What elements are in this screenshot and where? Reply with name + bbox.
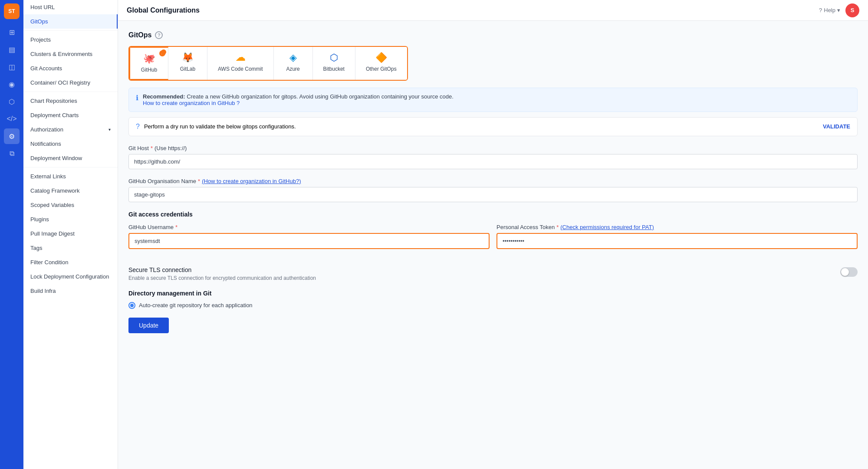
info-bold-text: Recommended: (143, 93, 185, 100)
directory-title: Directory management in Git (128, 290, 858, 297)
nav-icon-dashboard[interactable]: ▤ (4, 42, 20, 57)
org-name-required: * (198, 178, 200, 184)
sidebar-label-plugins: Plugins (30, 216, 49, 223)
username-input[interactable] (128, 233, 490, 249)
sidebar-item-lock-deployment[interactable]: Lock Deployment Configuration (23, 269, 118, 284)
org-name-group: GitHub Organisation Name * (How to creat… (128, 178, 858, 202)
git-host-hint: (Use https://) (155, 145, 187, 151)
sidebar-label-deployment-charts: Deployment Charts (30, 112, 79, 118)
top-bar: Global Configurations ? Help ▾ S (118, 0, 868, 21)
sidebar-item-notifications[interactable]: Notifications (23, 137, 118, 151)
org-name-link[interactable]: (How to create organization in GitHub?) (202, 178, 301, 184)
gitops-title: GitOps (128, 31, 151, 39)
sidebar-item-gitops[interactable]: GitOps (23, 14, 118, 29)
help-icon[interactable]: ? (155, 31, 163, 39)
credentials-grid: GitHub Username * Personal Access Token … (128, 224, 858, 258)
nav-icon-security[interactable]: ⬡ (4, 94, 20, 109)
sidebar-item-chart-repositories[interactable]: Chart Repositories (23, 94, 118, 108)
nav-icon-code[interactable]: </> (4, 111, 20, 127)
validate-banner: ? Perform a dry run to validate the belo… (128, 117, 858, 136)
icon-sidebar: ST ⊞ ▤ ◫ ◉ ⬡ </> ⚙ ⧉ (0, 0, 23, 469)
sidebar-item-build-infra[interactable]: Build Infra (23, 284, 118, 298)
sidebar-item-tags[interactable]: Tags (23, 241, 118, 255)
provider-tab-bitbucket[interactable]: ⬡ Bitbucket (313, 47, 355, 80)
gitlab-label: GitLab (180, 66, 195, 73)
sidebar-item-deployment-charts[interactable]: Deployment Charts (23, 108, 118, 122)
sidebar-item-projects[interactable]: Projects (23, 33, 118, 47)
radio-button[interactable] (128, 302, 135, 309)
provider-tab-azure[interactable]: ◈ Azure (274, 47, 313, 80)
sidebar-item-host-url[interactable]: Host URL (23, 0, 118, 14)
org-name-input[interactable] (128, 187, 858, 202)
provider-tab-github[interactable]: ✓ 🐙 GitHub (129, 47, 168, 80)
nav-icon-layers[interactable]: ⧉ (4, 146, 20, 161)
sidebar-label-projects: Projects (30, 36, 51, 43)
info-circle-icon: ℹ (136, 94, 138, 102)
sidebar-item-filter-condition[interactable]: Filter Condition (23, 255, 118, 269)
page-title: Global Configurations (127, 7, 200, 14)
active-check-icon: ✓ (159, 50, 165, 56)
credentials-title: Git access credentials (128, 211, 858, 218)
nav-icon-globe[interactable]: ◉ (4, 76, 20, 92)
user-avatar[interactable]: S (845, 3, 859, 17)
info-link[interactable]: How to create organization in GitHub ? (143, 100, 240, 106)
sidebar-item-scoped-variables[interactable]: Scoped Variables (23, 198, 118, 212)
sidebar-item-git-accounts[interactable]: Git Accounts (23, 61, 118, 75)
main-content: Global Configurations ? Help ▾ S GitOps … (118, 0, 868, 469)
chevron-down-icon: ▾ (837, 7, 840, 13)
help-button[interactable]: ? Help ▾ (819, 7, 840, 13)
sidebar-label-pull-image-digest: Pull Image Digest (30, 230, 75, 237)
nav-icon-apps[interactable]: ◫ (4, 59, 20, 75)
git-host-label-text: Git Host (128, 145, 149, 151)
text-sidebar: Host URLGitOpsProjectsClusters & Environ… (23, 0, 118, 469)
directory-radio-option: Auto-create git repository for each appl… (128, 302, 858, 309)
sidebar-item-deployment-window[interactable]: Deployment Window (23, 151, 118, 165)
aws-icon: ☁ (236, 52, 245, 63)
bitbucket-icon: ⬡ (330, 52, 338, 63)
sidebar-label-scoped-variables: Scoped Variables (30, 202, 74, 208)
sidebar-item-catalog-framework[interactable]: Catalog Framework (23, 184, 118, 198)
github-label: GitHub (141, 67, 157, 74)
git-host-label: Git Host * (Use https://) (128, 145, 858, 151)
validate-button[interactable]: VALIDATE (823, 123, 850, 130)
credentials-section: Git access credentials GitHub Username *… (128, 211, 858, 258)
sidebar-label-container-registry: Container/ OCI Registry (30, 79, 90, 86)
nav-icon-settings[interactable]: ⚙ (4, 128, 20, 144)
sidebar-label-chart-repositories: Chart Repositories (30, 98, 77, 104)
sidebar-item-container-registry[interactable]: Container/ OCI Registry (23, 75, 118, 90)
github-icon: 🐙 (143, 53, 155, 64)
pat-link[interactable]: (Check permissions required for PAT) (560, 224, 654, 230)
username-label: GitHub Username * (128, 224, 490, 230)
tls-section: Secure TLS connection Enable a secure TL… (128, 266, 858, 281)
nav-icon-home[interactable]: ⊞ (4, 24, 20, 40)
tls-description: Enable a secure TLS connection for encry… (128, 275, 316, 281)
sidebar-item-pull-image-digest[interactable]: Pull Image Digest (23, 226, 118, 241)
git-host-input[interactable] (128, 154, 858, 169)
tls-toggle[interactable] (840, 267, 858, 277)
pat-group: Personal Access Token * (Check permissio… (496, 224, 858, 249)
sidebar-item-authorization[interactable]: Authorization▾ (23, 122, 118, 137)
sidebar-item-clusters[interactable]: Clusters & Environments (23, 47, 118, 61)
validate-question-icon: ? (136, 123, 140, 131)
gitlab-icon: 🦊 (182, 52, 194, 63)
sidebar-item-external-links[interactable]: External Links (23, 169, 118, 184)
sidebar-label-gitops: GitOps (30, 18, 48, 25)
sidebar-item-plugins[interactable]: Plugins (23, 212, 118, 226)
provider-tab-other[interactable]: 🔶 Other GitOps (355, 47, 407, 80)
provider-tab-gitlab[interactable]: 🦊 GitLab (168, 47, 207, 80)
pat-input[interactable] (496, 233, 858, 249)
other-label: Other GitOps (366, 66, 397, 73)
org-name-label: GitHub Organisation Name * (How to creat… (128, 178, 858, 184)
update-button[interactable]: Update (128, 318, 169, 333)
tls-row: Secure TLS connection Enable a secure TL… (128, 266, 858, 281)
provider-tabs: ✓ 🐙 GitHub 🦊 GitLab ☁ AWS Code Commit ◈ … (128, 46, 408, 81)
sidebar-label-tags: Tags (30, 245, 42, 251)
git-host-group: Git Host * (Use https://) (128, 145, 858, 169)
help-label: Help (824, 7, 835, 13)
app-logo[interactable]: ST (4, 3, 20, 19)
validate-left: ? Perform a dry run to validate the belo… (136, 123, 296, 131)
sidebar-label-authorization: Authorization (30, 126, 63, 133)
directory-section: Directory management in Git Auto-create … (128, 290, 858, 309)
sidebar-label-clusters: Clusters & Environments (30, 51, 92, 57)
provider-tab-aws[interactable]: ☁ AWS Code Commit (207, 47, 274, 80)
